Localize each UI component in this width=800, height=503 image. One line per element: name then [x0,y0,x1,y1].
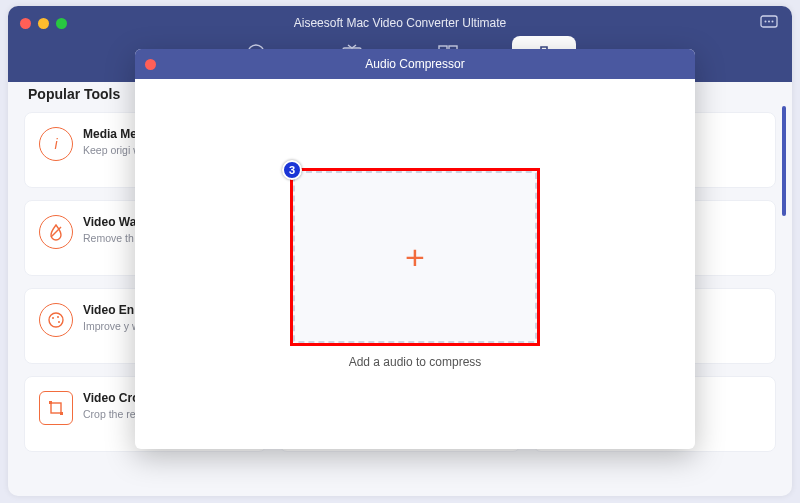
dropzone-label: Add a audio to compress [349,355,482,369]
modal-title: Audio Compressor [135,57,695,71]
dropzone-container: + 3 [293,171,537,343]
feedback-icon[interactable] [758,14,780,32]
svg-point-13 [52,317,54,319]
window-title: Aiseesoft Mac Video Converter Ultimate [8,16,792,30]
svg-line-11 [51,227,61,237]
palette-icon [39,303,73,337]
add-audio-dropzone[interactable]: + [293,171,537,343]
svg-rect-16 [51,403,61,413]
droplet-icon [39,215,73,249]
svg-point-12 [49,313,63,327]
close-window-button[interactable] [20,18,31,29]
modal-titlebar: Audio Compressor [135,49,695,79]
svg-point-2 [768,21,770,23]
svg-rect-17 [49,401,52,404]
minimize-window-button[interactable] [38,18,49,29]
info-icon: i [39,127,73,161]
svg-rect-18 [60,412,63,415]
modal-body: + 3 Add a audio to compress [135,79,695,449]
svg-point-1 [765,21,767,23]
svg-point-15 [58,321,60,323]
plus-icon: + [405,240,425,274]
audio-compressor-window: Audio Compressor + 3 Add a audio to comp… [135,49,695,449]
scrollbar-thumb[interactable] [782,106,786,216]
svg-point-3 [772,21,774,23]
window-controls [20,18,67,29]
crop-icon [39,391,73,425]
maximize-window-button[interactable] [56,18,67,29]
svg-text:i: i [54,136,58,152]
svg-point-14 [57,316,59,318]
annotation-badge: 3 [282,160,302,180]
scrollbar[interactable] [782,106,786,406]
close-modal-button[interactable] [145,59,156,70]
main-titlebar: Aiseesoft Mac Video Converter Ultimate [8,6,792,40]
